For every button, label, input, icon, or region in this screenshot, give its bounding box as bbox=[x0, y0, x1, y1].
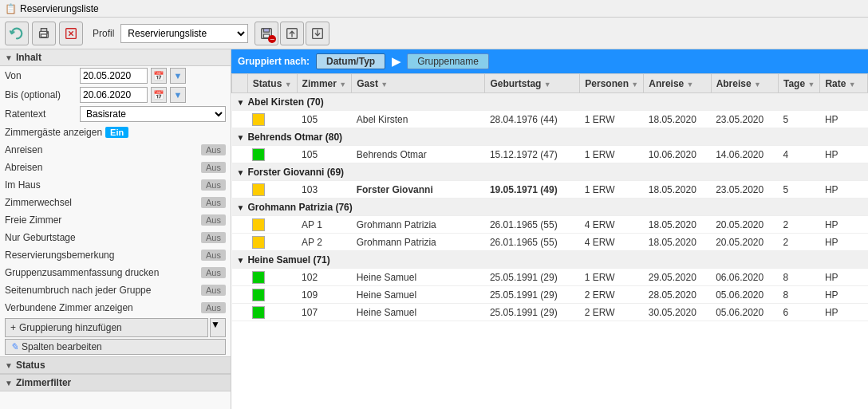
row-indent bbox=[232, 269, 248, 286]
group-tab-datum[interactable]: Datum/Typ bbox=[316, 53, 385, 69]
th-anreise[interactable]: Anreise ▼ bbox=[644, 74, 711, 93]
freie-zimmer-toggle[interactable]: Aus bbox=[201, 214, 226, 226]
row-geburtstag: 25.05.1991 (29) bbox=[485, 286, 580, 304]
th-gast[interactable]: Gast ▼ bbox=[352, 74, 485, 93]
add-group-label: Gruppierung hinzufügen bbox=[19, 322, 122, 333]
row-indent bbox=[232, 286, 248, 304]
import-button[interactable] bbox=[306, 22, 329, 45]
reservierungsbemerkung-toggle[interactable]: Aus bbox=[201, 250, 226, 261]
row-personen: 1 ERW bbox=[580, 146, 644, 163]
bis-filter-button[interactable]: ▼ bbox=[170, 87, 186, 103]
row-zimmer: 107 bbox=[297, 304, 352, 321]
group-header-row[interactable]: ▼Forster Giovanni (69) bbox=[232, 163, 868, 181]
verbundene-zimmer-row: Verbundene Zimmer anzeigen Aus bbox=[0, 299, 231, 317]
row-tage: 5 bbox=[779, 111, 820, 128]
row-tage: 8 bbox=[779, 286, 820, 304]
row-zimmer: 105 bbox=[297, 111, 352, 128]
status-section-header[interactable]: ▼ Status bbox=[0, 357, 231, 374]
refresh-button[interactable] bbox=[5, 22, 29, 45]
row-anreise: 30.05.2020 bbox=[644, 304, 711, 321]
bis-input[interactable] bbox=[80, 87, 148, 103]
table-row[interactable]: 105 Abel Kirsten 28.04.1976 (44) 1 ERW 1… bbox=[232, 111, 868, 128]
th-abreise[interactable]: Abreise ▼ bbox=[711, 74, 778, 93]
th-zimmer[interactable]: Zimmer ▼ bbox=[297, 74, 352, 93]
row-status bbox=[247, 234, 297, 251]
svg-rect-1 bbox=[41, 33, 46, 37]
reservierungsbemerkung-label: Reservierungsbemerkung bbox=[5, 250, 114, 261]
edit-cols-button[interactable]: ✎ Spalten bearbeiten bbox=[5, 339, 226, 355]
table-row[interactable]: AP 2 Grohmann Patrizia 26.01.1965 (55) 4… bbox=[232, 234, 868, 251]
table-row[interactable]: AP 1 Grohmann Patrizia 26.01.1965 (55) 4… bbox=[232, 216, 868, 234]
th-status[interactable]: Status ▼ bbox=[247, 74, 297, 93]
table-container[interactable]: Status ▼ Zimmer ▼ Gast ▼ Geburtstag ▼ Pe… bbox=[231, 73, 868, 409]
row-geburtstag: 25.05.1991 (29) bbox=[485, 269, 580, 286]
row-abreise: 23.05.2020 bbox=[711, 111, 778, 128]
zimmerfilter-section-header[interactable]: ▼ Zimmerfilter bbox=[0, 375, 231, 391]
row-anreise: 18.05.2020 bbox=[644, 111, 711, 128]
gruppenzusammenfassung-label: Gruppenzusammenfassung drucken bbox=[5, 267, 159, 278]
abreisen-row: Abreisen Aus bbox=[0, 159, 231, 176]
table-row[interactable]: 109 Heine Samuel 25.05.1991 (29) 2 ERW 2… bbox=[232, 286, 868, 304]
group-name: ▼Heine Samuel (71) bbox=[232, 251, 868, 269]
zimmerwechsel-row: Zimmerwechsel Aus bbox=[0, 194, 231, 211]
table-row[interactable]: 107 Heine Samuel 25.05.1991 (29) 2 ERW 3… bbox=[232, 304, 868, 321]
group-header-row[interactable]: ▼Behrends Otmar (80) bbox=[232, 128, 868, 146]
bis-calendar-button[interactable]: 📅 bbox=[151, 87, 167, 103]
profil-select[interactable]: Reservierungsliste bbox=[120, 24, 248, 43]
th-rate[interactable]: Rate ▼ bbox=[820, 74, 868, 93]
abreisen-toggle[interactable]: Aus bbox=[201, 162, 226, 173]
inhalt-section-header[interactable]: ▼ Inhalt bbox=[0, 49, 231, 66]
export-button[interactable] bbox=[280, 22, 304, 45]
group-header-row[interactable]: ▼Heine Samuel (71) bbox=[232, 251, 868, 269]
anreisen-toggle[interactable]: Aus bbox=[201, 144, 226, 155]
row-geburtstag: 26.01.1965 (55) bbox=[485, 216, 580, 234]
nur-geburtstage-toggle[interactable]: Aus bbox=[201, 232, 226, 243]
row-gast: Grohmann Patrizia bbox=[352, 216, 485, 234]
table-row[interactable]: 105 Behrends Otmar 15.12.1972 (47) 1 ERW… bbox=[232, 146, 868, 163]
row-rate: HP bbox=[820, 216, 868, 234]
von-filter-button[interactable]: ▼ bbox=[170, 68, 186, 84]
row-zimmer: 109 bbox=[297, 286, 352, 304]
nur-geburtstage-label: Nur Geburtstage bbox=[5, 232, 77, 243]
von-label: Von bbox=[5, 70, 77, 81]
save-button[interactable]: – bbox=[254, 22, 278, 45]
row-abreise: 05.06.2020 bbox=[711, 304, 778, 321]
table-row[interactable]: 102 Heine Samuel 25.05.1991 (29) 1 ERW 2… bbox=[232, 269, 868, 286]
group-tab-gruppenname[interactable]: Gruppenname bbox=[407, 53, 489, 69]
ratentext-select[interactable]: Basisrate bbox=[80, 106, 226, 122]
von-input[interactable] bbox=[80, 68, 148, 84]
group-bar: Gruppiert nach: Datum/Typ ▶ Gruppenname bbox=[231, 49, 868, 73]
row-abreise: 20.05.2020 bbox=[711, 234, 778, 251]
th-geburtstag[interactable]: Geburtstag ▼ bbox=[485, 74, 580, 93]
group-name: ▼Behrends Otmar (80) bbox=[232, 128, 868, 146]
edit-icon: ✎ bbox=[10, 341, 18, 352]
add-group-button[interactable]: + Gruppierung hinzufügen bbox=[5, 318, 208, 337]
grouped-by-label: Gruppiert nach: bbox=[238, 56, 310, 67]
row-geburtstag: 15.12.1972 (47) bbox=[485, 146, 580, 163]
seitenumbruch-toggle[interactable]: Aus bbox=[201, 285, 226, 296]
th-expand bbox=[232, 74, 248, 93]
row-tage: 8 bbox=[779, 269, 820, 286]
group-header-row[interactable]: ▼Grohmann Patrizia (76) bbox=[232, 199, 868, 216]
th-tage[interactable]: Tage ▼ bbox=[779, 74, 820, 93]
imhaus-toggle[interactable]: Aus bbox=[201, 179, 226, 191]
verbundene-zimmer-toggle[interactable]: Aus bbox=[201, 302, 226, 313]
gruppenzusammenfassung-toggle[interactable]: Aus bbox=[201, 267, 226, 278]
table-row[interactable]: 103 Forster Giovanni 19.05.1971 (49) 1 E… bbox=[232, 181, 868, 199]
freie-zimmer-label: Freie Zimmer bbox=[5, 214, 77, 226]
row-personen: 2 ERW bbox=[580, 286, 644, 304]
zimmergueste-toggle[interactable]: Ein bbox=[105, 127, 128, 138]
app-icon: 📋 bbox=[5, 3, 17, 14]
save-group: – bbox=[254, 22, 329, 45]
group-header-row[interactable]: ▼Abel Kirsten (70) bbox=[232, 93, 868, 111]
add-group-dropdown[interactable]: ▼ bbox=[210, 318, 226, 337]
th-personen[interactable]: Personen ▼ bbox=[580, 74, 644, 93]
zimmerwechsel-toggle[interactable]: Aus bbox=[201, 197, 226, 208]
row-anreise: 18.05.2020 bbox=[644, 234, 711, 251]
print-button[interactable] bbox=[32, 22, 56, 45]
von-calendar-button[interactable]: 📅 bbox=[151, 68, 167, 84]
close-doc-button[interactable] bbox=[59, 22, 83, 45]
row-indent bbox=[232, 234, 248, 251]
row-tage: 5 bbox=[779, 181, 820, 199]
title-bar-text: Reservierungsliste bbox=[20, 3, 99, 14]
